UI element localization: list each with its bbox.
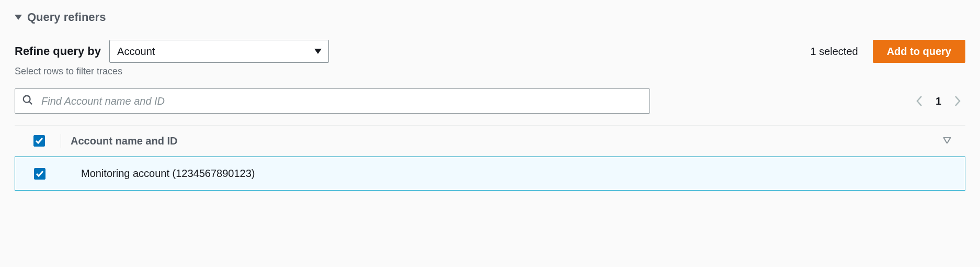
svg-marker-0 <box>15 15 22 20</box>
table-row[interactable]: Monitoring account (1234567890123) <box>15 157 965 191</box>
add-to-query-button[interactable]: Add to query <box>873 40 965 63</box>
search-icon <box>22 94 33 108</box>
svg-point-2 <box>24 96 30 103</box>
select-all-cell <box>24 135 55 147</box>
section-title: Query refiners <box>27 10 106 24</box>
refine-label: Refine query by <box>15 44 101 58</box>
accounts-table: Account name and ID Monitoring account (… <box>15 125 965 191</box>
header-divider <box>61 134 61 148</box>
row-checkbox-cell <box>25 168 56 180</box>
next-page-button[interactable] <box>954 95 961 107</box>
row-checkbox[interactable] <box>34 168 45 180</box>
page-number: 1 <box>936 95 941 107</box>
sort-icon[interactable] <box>943 136 956 146</box>
search-input[interactable] <box>15 88 650 114</box>
select-all-checkbox[interactable] <box>33 135 45 147</box>
selection-count: 1 selected <box>810 46 858 58</box>
svg-marker-4 <box>943 137 951 143</box>
caret-down-icon <box>15 13 22 21</box>
refine-hint: Select rows to filter traces <box>15 66 965 77</box>
pagination: 1 <box>916 95 965 107</box>
row-label: Monitoring account (1234567890123) <box>56 168 255 180</box>
refine-select[interactable]: Account <box>109 40 329 63</box>
table-header: Account name and ID <box>15 126 965 157</box>
column-header[interactable]: Account name and ID <box>71 135 943 147</box>
refine-select-wrap: Account <box>109 40 329 63</box>
filter-row: 1 <box>15 88 965 114</box>
svg-line-3 <box>29 102 32 105</box>
search-wrap <box>15 88 650 114</box>
section-toggle[interactable]: Query refiners <box>15 10 965 24</box>
prev-page-button[interactable] <box>916 95 923 107</box>
controls-row: Refine query by Account 1 selected Add t… <box>15 40 965 63</box>
